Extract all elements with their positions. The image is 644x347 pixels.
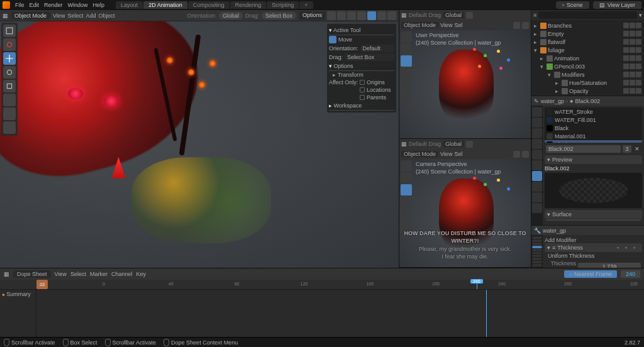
tab-compositing[interactable]: Compositing — [188, 1, 230, 9]
menu-edit[interactable]: Edit — [30, 2, 40, 8]
parents-check[interactable] — [360, 95, 365, 100]
tool-select-box[interactable] — [401, 160, 412, 172]
menu-view[interactable]: View — [440, 151, 452, 157]
menu-view[interactable]: View — [55, 271, 67, 277]
outliner-tree[interactable]: ▸Branches▸Empty▸flatwolf▾foliage▸Animati… — [531, 20, 644, 96]
tool-scale[interactable] — [3, 80, 16, 92]
shading-solid-icon[interactable] — [367, 11, 376, 20]
tool-scale[interactable] — [401, 208, 412, 219]
property-tab[interactable] — [532, 150, 542, 160]
tab-rendering[interactable]: Rendering — [230, 1, 267, 9]
property-tab[interactable] — [532, 264, 542, 267]
menu-view[interactable]: View — [440, 22, 452, 28]
tool-rotate[interactable] — [401, 67, 412, 79]
locations-check[interactable] — [360, 87, 365, 92]
material-slot[interactable]: Black — [545, 124, 642, 132]
material-slot[interactable]: Black.002 — [545, 140, 642, 143]
playhead-marker[interactable] — [477, 280, 477, 289]
outliner-row[interactable]: ▸Branches — [533, 21, 643, 30]
workspace-header[interactable]: ▸ Workspace — [329, 101, 394, 111]
property-tab[interactable] — [532, 252, 542, 255]
tab-add-workspace[interactable]: + — [299, 1, 313, 9]
options-header[interactable]: ▾ Options — [329, 62, 394, 71]
menu-key[interactable]: Key — [136, 271, 146, 277]
material-slot-list[interactable]: wATER_StrokeWATER_Fill.001BlackMaterial.… — [545, 107, 642, 143]
property-tab[interactable] — [532, 261, 542, 263]
menu-select[interactable]: Select — [67, 13, 83, 19]
property-tab[interactable] — [532, 192, 542, 202]
outliner-row[interactable]: ▾foliage — [533, 46, 643, 54]
outliner-row[interactable]: ▸flatwolf — [533, 38, 643, 46]
material-slot[interactable]: WATER_Fill.001 — [545, 116, 642, 124]
property-tab[interactable] — [532, 182, 542, 192]
tool-rotate[interactable] — [401, 196, 412, 207]
mod-render-toggle-icon[interactable]: ▫ — [633, 245, 640, 251]
menu-channel[interactable]: Channel — [111, 271, 133, 277]
outliner-row[interactable]: ▸Empty — [533, 30, 643, 38]
editor-type-icon[interactable]: ▦ — [4, 271, 9, 277]
tool-measure[interactable] — [3, 121, 16, 134]
tool-cursor[interactable] — [3, 38, 16, 51]
snap-icon[interactable] — [466, 141, 473, 148]
menu-render[interactable]: Render — [44, 2, 63, 8]
view-layer-selector[interactable]: ▤View Layer — [593, 1, 641, 9]
menu-select[interactable]: Sel — [454, 22, 462, 28]
property-tab[interactable] — [532, 243, 542, 245]
mode-dd[interactable]: Object Mode — [401, 151, 438, 157]
tool-transform[interactable] — [3, 94, 16, 106]
tool-scale[interactable] — [401, 79, 412, 91]
timeline-ruler[interactable]: 80 -4004080120160200240280320 — [0, 280, 644, 290]
surface-field[interactable] — [546, 219, 641, 221]
snap-icon[interactable] — [466, 12, 473, 19]
shading-icon[interactable] — [522, 22, 529, 29]
menu-marker[interactable]: Marker — [90, 271, 108, 277]
tool-move[interactable] — [401, 184, 412, 196]
current-frame[interactable]: 240 — [621, 270, 640, 278]
shading-icon[interactable] — [513, 151, 520, 158]
material-slot[interactable]: Material.001 — [545, 132, 642, 140]
property-tab[interactable] — [532, 139, 542, 149]
tab-2d-animation[interactable]: 2D Animation — [143, 1, 187, 9]
scene-selector[interactable]: ▫Scene — [556, 1, 589, 9]
mod-edit-toggle-icon[interactable]: ▫ — [617, 245, 623, 251]
outliner-row[interactable]: ▾Modifiers — [533, 70, 643, 79]
menu-view[interactable]: View — [53, 13, 65, 19]
outliner-row[interactable]: ▾GPencil.003 — [533, 62, 643, 70]
overlay-toggle-icon[interactable] — [337, 11, 346, 20]
property-tab[interactable] — [532, 255, 542, 257]
origins-check[interactable] — [360, 80, 365, 85]
side-viewport-bottom-canvas[interactable]: Camera Perspective (240) Scene Collectio… — [399, 159, 531, 267]
property-tab[interactable] — [532, 203, 542, 213]
property-tab[interactable] — [532, 118, 542, 128]
menu-select[interactable]: Sel — [454, 151, 462, 157]
orientation-field[interactable]: Default — [360, 45, 394, 52]
menu-file[interactable]: File — [15, 2, 25, 8]
shading-rendered-icon[interactable] — [387, 11, 396, 20]
property-tab[interactable] — [532, 128, 542, 138]
global-dd[interactable]: Global — [443, 141, 464, 147]
property-tab[interactable] — [532, 258, 542, 260]
shading-icon[interactable] — [522, 151, 529, 158]
surface-header[interactable]: ▾ Surface — [545, 210, 642, 219]
tool-cursor[interactable] — [401, 172, 412, 184]
outliner-row[interactable]: ▸Hue/Saturation — [533, 79, 643, 87]
material-slot[interactable]: wATER_Stroke — [545, 107, 642, 116]
editor-type-icon[interactable]: ▦ — [401, 12, 407, 18]
tool-annotate[interactable] — [401, 91, 412, 102]
global-dd[interactable]: Global — [443, 12, 464, 18]
menu-add[interactable]: Add — [86, 13, 96, 19]
orientation-select[interactable]: Global — [219, 12, 243, 19]
menu-object[interactable]: Object — [98, 13, 114, 19]
property-tab[interactable] — [532, 107, 542, 117]
editor-type-icon[interactable]: ▦ — [3, 13, 8, 19]
material-users[interactable]: 3 — [623, 145, 631, 153]
property-tab[interactable] — [532, 249, 542, 251]
tab-layout[interactable]: Layout — [116, 1, 143, 9]
tool-annotate[interactable] — [3, 107, 16, 120]
mode-dropdown[interactable]: Object Mode — [11, 12, 50, 19]
property-tab[interactable] — [532, 246, 542, 248]
drag-select[interactable]: Select Box — [262, 12, 296, 19]
modifier-header[interactable]: ▾ ≡ Thickness ▫ ▫ ▫ — [545, 243, 642, 252]
property-tab[interactable] — [532, 240, 542, 242]
editor-type-icon[interactable]: ▦ — [401, 141, 407, 147]
